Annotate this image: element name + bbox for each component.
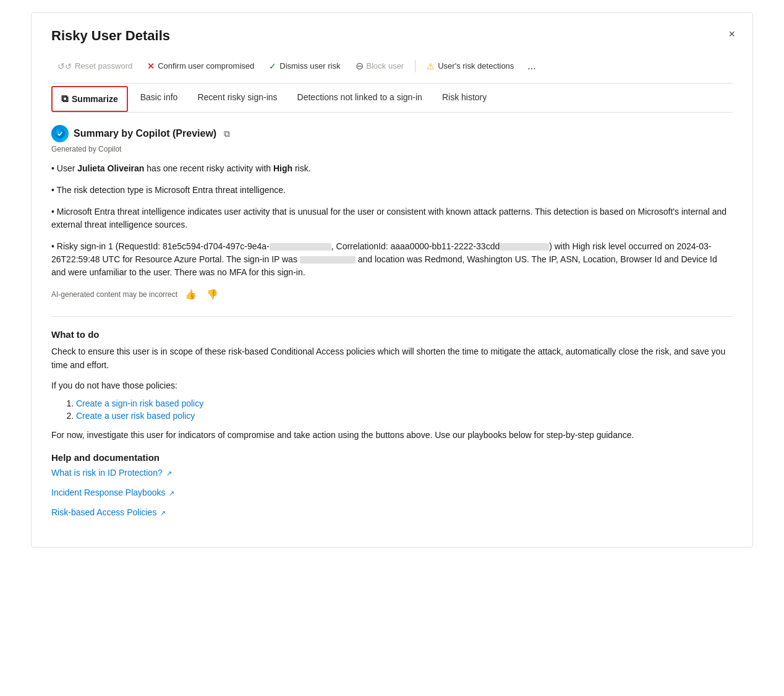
copilot-header: Summary by Copilot (Preview) ⧉ xyxy=(51,125,733,142)
list-item: Create a user risk based policy xyxy=(76,411,733,421)
tab-recent-sign-ins[interactable]: Recent risky sign-ins xyxy=(187,85,287,111)
create-sign-in-policy-link[interactable]: Create a sign-in risk based policy xyxy=(76,398,203,408)
summary-bullet-4: Risky sign-in 1 (RequestId: 81e5c594-d70… xyxy=(51,240,733,279)
what-to-do-body3: For now, investigate this user for indic… xyxy=(51,428,733,442)
confirm-compromised-button[interactable]: ✕ Confirm user compromised xyxy=(141,58,260,75)
section-divider xyxy=(51,316,733,317)
close-button[interactable]: × xyxy=(723,25,740,43)
thumbs-up-icon: 👍 xyxy=(185,289,197,299)
reset-password-button[interactable]: ↺ Reset password xyxy=(51,58,138,75)
toolbar-separator xyxy=(415,60,415,72)
ai-disclaimer: AI-generated content may be incorrect 👍 … xyxy=(51,288,733,301)
warning-icon: ⚠ xyxy=(427,61,435,71)
risk-detections-label: User's risk detections xyxy=(438,61,514,71)
help-link-2[interactable]: Incident Response Playbooks ↗ xyxy=(51,488,733,497)
copy-button[interactable]: ⧉ xyxy=(221,127,232,140)
more-button[interactable]: ... xyxy=(522,57,540,75)
what-to-do-section: What to do Check to ensure this user is … xyxy=(51,329,733,442)
thumbs-down-icon: 👎 xyxy=(207,289,218,299)
what-to-do-body1: Check to ensure this user is in scope of… xyxy=(51,345,733,372)
risk-detections-button[interactable]: ⚠ User's risk detections xyxy=(420,58,520,75)
tab-risk-history-label: Risk history xyxy=(442,92,487,102)
thumbs-down-button[interactable]: 👎 xyxy=(204,288,221,301)
help-title: Help and documentation xyxy=(51,452,733,463)
what-to-do-body2: If you do not have those policies: xyxy=(51,379,733,392)
tab-summarize[interactable]: ⧉ Summarize xyxy=(51,86,128,112)
create-user-risk-policy-link[interactable]: Create a user risk based policy xyxy=(76,411,195,421)
external-link-icon-3: ↗ xyxy=(160,509,166,517)
summary-bullet-2: The risk detection type is Microsoft Ent… xyxy=(51,184,733,197)
what-to-do-title: What to do xyxy=(51,329,733,340)
dismiss-risk-label: Dismiss user risk xyxy=(279,61,340,71)
help-link-1[interactable]: What is risk in ID Protection? ↗ xyxy=(51,468,733,478)
tab-summarize-label: Summarize xyxy=(72,94,118,104)
help-link-3[interactable]: Risk-based Access Policies ↗ xyxy=(51,507,733,517)
tab-basic-info[interactable]: Basic info xyxy=(130,85,188,111)
external-link-icon-2: ↗ xyxy=(169,489,174,497)
thumbs-up-button[interactable]: 👍 xyxy=(182,288,199,301)
copilot-section: Summary by Copilot (Preview) ⧉ Generated… xyxy=(51,125,733,301)
svg-point-0 xyxy=(55,129,65,139)
copy-icon: ⧉ xyxy=(224,129,230,139)
reset-password-label: Reset password xyxy=(75,61,132,71)
block-user-label: Block user xyxy=(367,61,404,71)
summary-bullet-1: User Julieta Oliveiran has one recent ri… xyxy=(51,162,733,175)
tab-detections[interactable]: Detections not linked to a sign-in xyxy=(288,85,432,111)
reset-icon: ↺ xyxy=(58,61,72,71)
tab-recent-sign-ins-label: Recent risky sign-ins xyxy=(197,92,277,102)
list-item: Create a sign-in risk based policy xyxy=(76,398,733,408)
risky-user-details-panel: × Risky User Details ↺ Reset password ✕ … xyxy=(31,12,753,548)
copilot-title: Summary by Copilot (Preview) xyxy=(74,128,216,139)
policy-list: Create a sign-in risk based policy Creat… xyxy=(51,398,733,421)
panel-title: Risky User Details xyxy=(51,28,733,44)
check-icon: ✓ xyxy=(269,61,276,71)
block-icon: ⊖ xyxy=(356,60,364,72)
help-section: Help and documentation What is risk in I… xyxy=(51,452,733,517)
external-link-icon-1: ↗ xyxy=(166,470,172,477)
dismiss-risk-button[interactable]: ✓ Dismiss user risk xyxy=(263,58,346,75)
confirm-compromised-label: Confirm user compromised xyxy=(158,61,254,71)
tab-risk-history[interactable]: Risk history xyxy=(432,85,496,111)
copilot-icon xyxy=(51,125,69,142)
tab-basic-info-label: Basic info xyxy=(140,92,178,102)
tab-detections-label: Detections not linked to a sign-in xyxy=(297,92,422,102)
generated-label: Generated by Copilot xyxy=(51,145,733,153)
tabs-container: ⧉ Summarize Basic info Recent risky sign… xyxy=(51,84,733,113)
summarize-icon: ⧉ xyxy=(61,93,68,105)
summary-bullet-3: Microsoft Entra threat intelligence indi… xyxy=(51,205,733,231)
block-user-button[interactable]: ⊖ Block user xyxy=(349,56,411,75)
x-icon: ✕ xyxy=(147,61,155,71)
toolbar: ↺ Reset password ✕ Confirm user compromi… xyxy=(51,56,733,84)
